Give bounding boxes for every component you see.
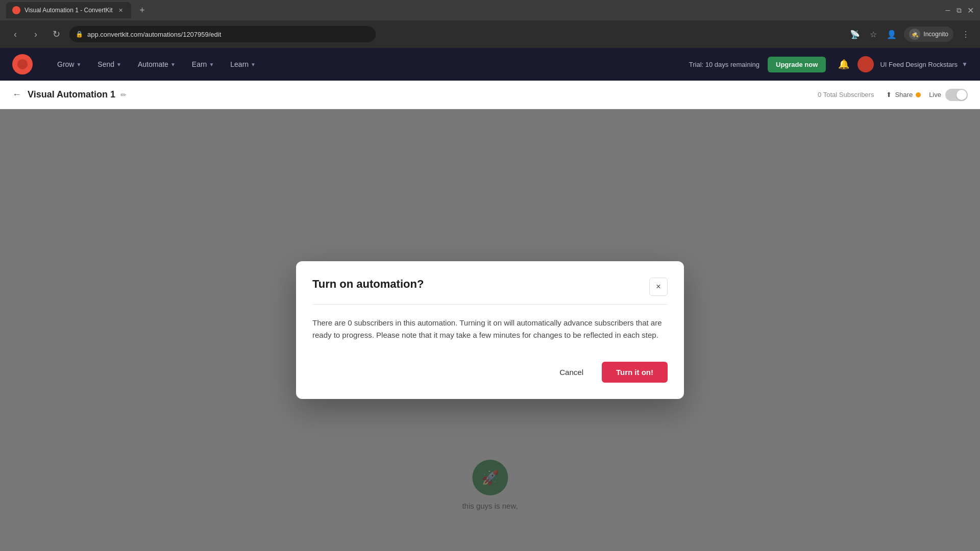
nav-item-learn-label: Learn bbox=[230, 60, 249, 68]
live-toggle[interactable] bbox=[945, 89, 968, 101]
logo[interactable] bbox=[12, 54, 33, 74]
browser-chrome: Visual Automation 1 - ConvertKit ✕ + – ⧉… bbox=[0, 0, 980, 48]
subscribers-count: 0 Total Subscribers bbox=[818, 91, 874, 98]
nav-item-grow-label: Grow bbox=[57, 60, 74, 68]
refresh-button[interactable]: ↻ bbox=[49, 27, 63, 41]
share-icon: ⬆ bbox=[886, 91, 892, 98]
modal-overlay: Turn on automation? × There are 0 subscr… bbox=[0, 109, 980, 551]
address-bar[interactable]: 🔒 app.convertkit.com/automations/1207959… bbox=[69, 26, 376, 42]
cast-icon[interactable]: 📡 bbox=[849, 28, 861, 40]
dialog: Turn on automation? × There are 0 subscr… bbox=[296, 261, 684, 399]
browser-tab[interactable]: Visual Automation 1 - ConvertKit ✕ bbox=[6, 2, 131, 18]
nav-username-chevron[interactable]: ▼ bbox=[962, 61, 968, 68]
nav-item-automate-label: Automate bbox=[138, 60, 168, 68]
top-nav: Grow ▼ Send ▼ Automate ▼ Earn ▼ Learn ▼ … bbox=[0, 48, 980, 81]
lock-icon: 🔒 bbox=[76, 31, 83, 38]
nav-item-send-label: Send bbox=[97, 60, 114, 68]
app: Grow ▼ Send ▼ Automate ▼ Earn ▼ Learn ▼ … bbox=[0, 48, 980, 551]
back-button[interactable]: ← bbox=[12, 89, 21, 100]
trial-badge: Trial: 10 days remaining bbox=[689, 61, 760, 68]
menu-icon[interactable]: ⋮ bbox=[960, 28, 972, 40]
dialog-title: Turn on automation? bbox=[312, 278, 424, 291]
live-label: Live bbox=[929, 91, 941, 98]
nav-chevron-grow: ▼ bbox=[76, 62, 81, 67]
edit-icon[interactable]: ✏ bbox=[120, 91, 127, 99]
live-toggle-knob bbox=[957, 90, 967, 100]
incognito-label: Incognito bbox=[923, 31, 948, 38]
dialog-footer: Cancel Turn it on! bbox=[312, 362, 668, 383]
dialog-body: There are 0 subscribers in this automati… bbox=[312, 317, 668, 341]
close-window-button[interactable]: ✕ bbox=[967, 7, 974, 14]
browser-toolbar: ‹ › ↻ 🔒 app.convertkit.com/automations/1… bbox=[0, 20, 980, 48]
logo-circle bbox=[12, 54, 33, 74]
new-tab-button[interactable]: + bbox=[135, 3, 150, 17]
nav-item-automate[interactable]: Automate ▼ bbox=[130, 48, 184, 81]
nav-item-learn[interactable]: Learn ▼ bbox=[222, 48, 264, 81]
nav-item-grow[interactable]: Grow ▼ bbox=[49, 48, 89, 81]
dialog-divider bbox=[312, 304, 668, 305]
nav-chevron-earn: ▼ bbox=[209, 62, 214, 67]
tab-favicon bbox=[12, 6, 20, 14]
window-controls: – ⧉ ✕ bbox=[944, 7, 974, 14]
back-nav-button[interactable]: ‹ bbox=[8, 27, 22, 41]
nav-item-earn[interactable]: Earn ▼ bbox=[184, 48, 222, 81]
automation-title: Visual Automation 1 bbox=[28, 89, 115, 100]
dialog-close-button[interactable]: × bbox=[649, 278, 668, 296]
username-label: UI Feed Design Rockstars bbox=[880, 61, 958, 68]
sub-nav: ← Visual Automation 1 ✏ 0 Total Subscrib… bbox=[0, 81, 980, 109]
toolbar-actions: 📡 ☆ 👤 🕵 Incognito ⋮ bbox=[849, 27, 972, 42]
minimize-button[interactable]: – bbox=[944, 7, 951, 14]
logo-inner bbox=[17, 59, 28, 69]
share-status-dot bbox=[916, 92, 921, 97]
nav-items: Grow ▼ Send ▼ Automate ▼ Earn ▼ Learn ▼ bbox=[49, 48, 264, 81]
maximize-button[interactable]: ⧉ bbox=[955, 7, 963, 14]
browser-titlebar: Visual Automation 1 - ConvertKit ✕ + – ⧉… bbox=[0, 0, 980, 20]
upgrade-button[interactable]: Upgrade now bbox=[768, 57, 826, 72]
confirm-button[interactable]: Turn it on! bbox=[602, 362, 668, 383]
notification-bell-icon[interactable]: 🔔 bbox=[838, 59, 849, 70]
nav-chevron-send: ▼ bbox=[116, 62, 121, 67]
user-avatar[interactable] bbox=[857, 56, 874, 72]
bookmark-icon[interactable]: ☆ bbox=[867, 28, 879, 40]
address-text: app.convertkit.com/automations/1207959/e… bbox=[87, 31, 221, 38]
cancel-button[interactable]: Cancel bbox=[547, 362, 596, 383]
nav-item-send[interactable]: Send ▼ bbox=[89, 48, 130, 81]
tab-close-icon[interactable]: ✕ bbox=[117, 6, 125, 14]
tab-title: Visual Automation 1 - ConvertKit bbox=[24, 7, 113, 14]
dialog-header: Turn on automation? × bbox=[312, 278, 668, 296]
share-label: Share bbox=[895, 91, 913, 98]
forward-nav-button[interactable]: › bbox=[29, 27, 43, 41]
nav-item-earn-label: Earn bbox=[192, 60, 207, 68]
nav-chevron-learn: ▼ bbox=[251, 62, 256, 67]
share-button[interactable]: ⬆ Share bbox=[886, 91, 921, 98]
incognito-badge[interactable]: 🕵 Incognito bbox=[904, 27, 953, 42]
incognito-avatar: 🕵 bbox=[909, 29, 920, 40]
main-content: 🚀 this guys is new, Turn on automation? … bbox=[0, 109, 980, 551]
profile-icon[interactable]: 👤 bbox=[886, 28, 898, 40]
nav-chevron-automate: ▼ bbox=[170, 62, 176, 67]
